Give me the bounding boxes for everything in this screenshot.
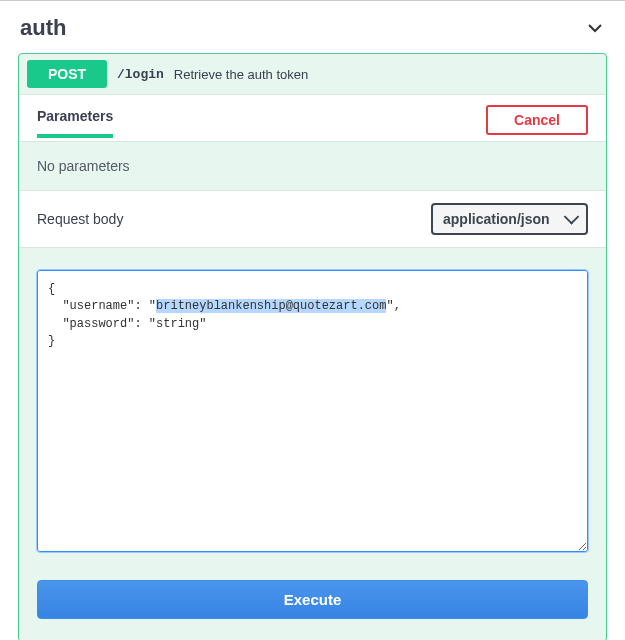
parameters-tab-row: Parameters Cancel (19, 94, 606, 141)
chevron-down-icon (585, 18, 605, 38)
operation-block: POST /login Retrieve the auth token Para… (18, 53, 607, 640)
request-body-label: Request body (37, 211, 123, 227)
content-type-select[interactable]: application/json (431, 203, 588, 235)
selected-text: britneyblankenship@quotezart.com (156, 299, 386, 313)
tab-parameters[interactable]: Parameters (37, 108, 113, 138)
tag-header[interactable]: auth (0, 0, 625, 53)
tag-title: auth (20, 15, 66, 41)
endpoint-summary: Retrieve the auth token (174, 67, 308, 82)
cancel-button[interactable]: Cancel (486, 105, 588, 135)
execute-button[interactable]: Execute (37, 580, 588, 619)
content-type-select-wrap: application/json (431, 203, 588, 235)
no-parameters-message: No parameters (19, 141, 606, 190)
request-body-header: Request body application/json (19, 190, 606, 248)
endpoint-path: /login (117, 67, 164, 82)
operation-summary[interactable]: POST /login Retrieve the auth token (19, 54, 606, 94)
request-body-editor[interactable]: { "username": "britneyblankenship@quotez… (37, 270, 588, 552)
http-method-badge: POST (27, 60, 107, 88)
